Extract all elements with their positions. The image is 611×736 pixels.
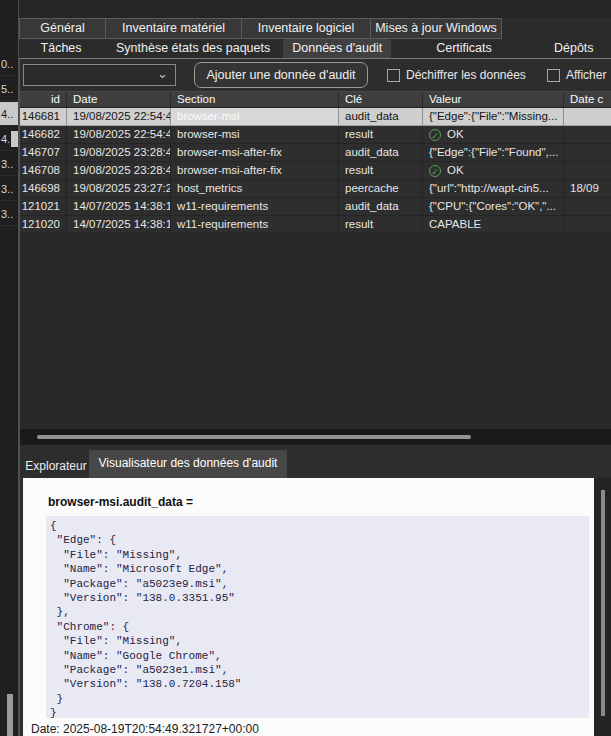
column-header-valeur[interactable]: Valeur (423, 92, 564, 107)
cell-id: 121020 (20, 216, 67, 233)
cell-section: host_metrics (171, 180, 339, 197)
show-checkbox[interactable] (547, 69, 560, 82)
cell-value: {"url":"http://wapt-cin5... (423, 180, 564, 197)
top-band (19, 0, 611, 18)
viewer-json-block: { "Edge": { "File": "Missing", "Name": "… (46, 516, 589, 718)
ok-icon: ✓ (429, 165, 441, 177)
audit-data-viewer: browser-msi.audit_data = { "Edge": { "Fi… (23, 478, 594, 736)
cell-date-created (564, 162, 611, 179)
audit-filter-combobox[interactable]: ⌄ (23, 64, 176, 86)
cell-date: 19/08/2025 23:27:26 (67, 180, 171, 197)
left-scrollbar-thumb[interactable] (7, 694, 13, 736)
cell-section: browser-msi-after-fix (171, 162, 339, 179)
cell-section: w11-requirements (171, 216, 339, 233)
cell-value: ✓OK (423, 162, 564, 179)
tab-t-ches[interactable]: Tâches (19, 39, 103, 58)
tab-inventaire-logiciel[interactable]: Inventaire logiciel (242, 18, 371, 39)
cell-key: audit_data (339, 198, 423, 215)
tab-mises-jour-windows[interactable]: Mises à jour Windows (371, 18, 502, 39)
tab-synth-se-tats-des-paquets[interactable]: Synthèse états des paquets (103, 39, 283, 58)
table-row[interactable]: 14670819/08/2025 23:28:48browser-msi-aft… (20, 162, 611, 180)
audit-panel: ⌄ Ajouter une donnée d'audit Déchiffrer … (19, 58, 611, 736)
show-checkbox-label: Afficher (566, 68, 606, 82)
tab-d-p-ts[interactable]: Dépôts (537, 39, 611, 58)
tab-donn-es-d-audit[interactable]: Données d'audit (283, 39, 391, 58)
cell-key: audit_data (339, 108, 423, 125)
cell-id: 146707 (20, 144, 67, 161)
cell-value: ✓OK (423, 126, 564, 143)
cell-key: result (339, 126, 423, 143)
column-header-date-c[interactable]: Date c (564, 92, 611, 107)
chevron-down-icon: ⌄ (157, 66, 168, 81)
cell-id: 146681 (20, 108, 67, 125)
cell-key: audit_data (339, 144, 423, 161)
cell-date-created (564, 108, 611, 125)
cell-date: 19/08/2025 22:54:49 (67, 126, 171, 143)
column-header-date[interactable]: Date (67, 92, 171, 107)
ok-icon: ✓ (429, 129, 441, 141)
cell-key: result (339, 216, 423, 233)
add-audit-button[interactable]: Ajouter une donnée d'audit (194, 62, 368, 88)
cell-id: 146708 (20, 162, 67, 179)
app-window: 0..5..4..4..3..3..3.. GénéralInventaire … (0, 0, 611, 736)
horizontal-scrollbar-thumb[interactable] (37, 435, 471, 439)
table-row[interactable]: 14668219/08/2025 22:54:49browser-msiresu… (20, 126, 611, 144)
table-row[interactable]: 14668119/08/2025 22:54:49browser-msiaudi… (20, 108, 611, 126)
cell-value: {"Edge":{"File":"Missing... (423, 108, 564, 125)
left-row-number[interactable]: 5.. (0, 77, 18, 101)
grid-body: 14668119/08/2025 22:54:49browser-msiaudi… (20, 108, 611, 234)
table-row[interactable]: 14670719/08/2025 23:28:48browser-msi-aft… (20, 144, 611, 162)
viewer-scrollbar-thumb[interactable] (601, 490, 605, 716)
viewer-title: browser-msi.audit_data = (48, 495, 193, 509)
tab-inventaire-mat-riel[interactable]: Inventaire matériel (106, 18, 242, 39)
left-row-number[interactable]: 3.. (0, 177, 18, 201)
tab-certificats[interactable]: Certificats (391, 39, 536, 58)
cell-id: 146682 (20, 126, 67, 143)
left-row-number[interactable]: 4.. (0, 102, 18, 126)
column-header-section[interactable]: Section (171, 92, 339, 107)
table-row[interactable]: 14669819/08/2025 23:27:26host_metricspee… (20, 180, 611, 198)
decrypt-checkbox-label: Déchiffrer les données (406, 68, 526, 82)
left-row-number[interactable]: 3.. (0, 152, 18, 176)
viewer-date-line: Date: 2025-08-19T20:54:49.321727+00:00 (31, 722, 259, 736)
cell-date: 19/08/2025 22:54:49 (67, 108, 171, 125)
tab-bar-second: TâchesSynthèse états des paquetsDonnées … (19, 39, 611, 58)
cell-date: 14/07/2025 14:38:12 (67, 216, 171, 233)
cell-id: 121021 (20, 198, 67, 215)
cell-date-created (564, 144, 611, 161)
audit-grid: idDateSectionCléValeurDate c 14668119/08… (20, 91, 611, 429)
cell-date-created: 18/09 (564, 180, 611, 197)
tab-explorateur[interactable]: Explorateur (23, 454, 89, 478)
decrypt-checkbox[interactable] (387, 69, 400, 82)
cell-value: CAPABLE (423, 216, 564, 233)
cell-date-created (564, 198, 611, 215)
cell-date-created (564, 126, 611, 143)
table-row[interactable]: 12102114/07/2025 14:38:12w11-requirement… (20, 198, 611, 216)
main-area: GénéralInventaire matérielInventaire log… (19, 0, 611, 736)
cell-section: browser-msi-after-fix (171, 144, 339, 161)
column-header-id[interactable]: id (20, 92, 67, 107)
cell-key: peercache (339, 180, 423, 197)
tab-bar-top: GénéralInventaire matérielInventaire log… (19, 18, 611, 39)
cell-date: 19/08/2025 23:28:48 (67, 144, 171, 161)
cell-section: browser-msi (171, 126, 339, 143)
cell-key: result (339, 162, 423, 179)
cell-date-created (564, 216, 611, 233)
cell-section: browser-msi (171, 108, 339, 125)
cell-section: w11-requirements (171, 198, 339, 215)
tab-visualisateur-des-donn-es-d-audit[interactable]: Visualisateur des données d'audit (89, 450, 287, 478)
cell-value: {"Edge":{"File":"Found",... (423, 144, 564, 161)
viewer-scrollbar[interactable] (594, 478, 611, 736)
cell-id: 146698 (20, 180, 67, 197)
cell-date: 19/08/2025 23:28:48 (67, 162, 171, 179)
left-row-selection-marker (11, 131, 19, 147)
grid-header-row: idDateSectionCléValeurDate c (20, 91, 611, 108)
viewer-tab-bar: ExplorateurVisualisateur des données d'a… (20, 450, 611, 478)
table-row[interactable]: 12102014/07/2025 14:38:12w11-requirement… (20, 216, 611, 234)
left-row-number[interactable]: 3.. (0, 202, 18, 226)
left-panel-edge: 0..5..4..4..3..3..3.. (0, 0, 19, 736)
left-row-number[interactable]: 0.. (0, 52, 18, 76)
tab-g-n-ral[interactable]: Général (19, 18, 106, 39)
horizontal-scrollbar[interactable] (20, 429, 611, 445)
column-header-cl-[interactable]: Clé (339, 92, 423, 107)
